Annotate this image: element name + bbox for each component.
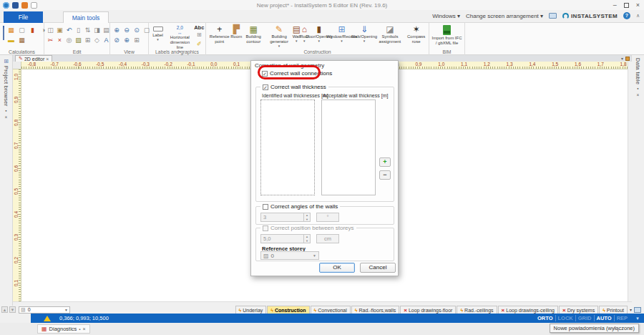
sheet-tab[interactable]: Printout	[599, 306, 628, 314]
status-dropdown-icon[interactable]: ▼	[635, 316, 640, 321]
import-ifc-button[interactable]: Import from IFC / gbXML file	[431, 24, 464, 46]
diagnostics-tab[interactable]: ▦ Diagnostics ▪ ×	[37, 324, 90, 334]
close-tab-icon[interactable]: ×	[46, 57, 49, 62]
construction-tool-button[interactable]: ✶ Compass rose	[405, 24, 427, 48]
close-icon[interactable]: ×	[637, 92, 640, 97]
pencil-icon[interactable]: ✐	[195, 41, 204, 50]
monitor-icon[interactable]	[549, 13, 557, 19]
change-screen-arrangement-menu[interactable]: Change screen arrangement ▾	[466, 13, 543, 19]
construction-tool-button[interactable]: ◪ Symbols assignment	[374, 24, 405, 48]
minimize-button[interactable]: –	[613, 1, 617, 9]
small-tool-icon[interactable]: ▮	[28, 26, 37, 35]
small-tool-icon[interactable]: ▦	[17, 36, 26, 45]
sheet-tab[interactable]: Construction	[267, 306, 309, 314]
sheet-tab[interactable]: Rad.-ceilings	[457, 306, 497, 314]
small-tool-icon[interactable]: ◨	[93, 26, 101, 35]
construction-tool-button[interactable]: ✎ Building generator ▾	[265, 24, 293, 48]
angle-value-spinner[interactable]: 3 ▲▼	[260, 213, 311, 222]
status-toggle[interactable]: ORTO	[535, 315, 555, 321]
small-tool-icon[interactable]: ⊘	[112, 36, 121, 45]
reference-storey-dropdown[interactable]: ▨ 0 ▼	[260, 251, 319, 260]
status-toggle[interactable]: REP	[614, 315, 630, 321]
small-tool-icon[interactable]: ✂	[47, 36, 54, 45]
small-tool-icon[interactable]: ⊞	[84, 36, 92, 45]
small-tool-icon[interactable]: ▣	[56, 26, 64, 35]
sheet-tab[interactable]: Dry systems	[559, 306, 598, 314]
pin-icon[interactable]: ▪	[79, 327, 80, 331]
storey-up-button[interactable]: ▲	[1, 306, 8, 313]
close-button[interactable]: ×	[636, 1, 640, 9]
sheet-tab[interactable]: Loop drawings-floor	[400, 306, 456, 314]
calculations-icon[interactable]	[3, 26, 4, 40]
checkbox-checked[interactable]: ✓	[263, 84, 268, 90]
tab-list-dropdown-icon[interactable]: ▾	[621, 56, 623, 61]
flag-icon[interactable]	[625, 57, 630, 61]
sheet-tabs-dropdown-icon[interactable]: ▾	[630, 307, 632, 312]
small-tool-icon[interactable]: ◇	[93, 36, 101, 45]
screen-icon[interactable]	[634, 307, 641, 313]
remove-thickness-button[interactable]: −	[379, 170, 391, 180]
sheet-tab[interactable]: Rad.-floors,walls	[351, 306, 399, 314]
small-tool-icon[interactable]: ▬	[6, 36, 16, 45]
small-tool-icon[interactable]: ↶	[65, 26, 73, 35]
grid-icon[interactable]: ⊞	[195, 31, 204, 41]
small-tool-icon[interactable]: ▢	[17, 26, 26, 35]
collapse-ribbon-icon[interactable]: ∧	[636, 13, 640, 19]
sheet-tab[interactable]: Underlay	[235, 306, 267, 314]
project-browser-tab[interactable]: ⊞ Project browser ▪ ×	[0, 55, 12, 120]
spinner-arrows-icon[interactable]: ▲▼	[303, 235, 310, 243]
construction-tool-button[interactable]: + Reference point	[208, 24, 231, 48]
pin-icon[interactable]: ▪	[5, 108, 6, 113]
status-toggle[interactable]: LOCK	[555, 315, 575, 321]
small-tool-icon[interactable]: ◫	[47, 26, 54, 35]
close-icon[interactable]: ×	[5, 115, 8, 120]
construction-tool-button[interactable]: ⇓ Slab/Opening ▾	[353, 24, 374, 48]
help-icon[interactable]: ?	[623, 12, 630, 19]
ok-button[interactable]: OK	[319, 263, 355, 273]
cancel-button[interactable]: Cancel	[360, 263, 396, 273]
checkbox-checked[interactable]: ✓	[262, 71, 268, 77]
construction-tool-button[interactable]: ⊞ Window/Recess ▾	[330, 24, 354, 48]
small-tool-icon[interactable]: ▦	[6, 26, 16, 35]
small-tool-icon[interactable]: ⊙	[132, 26, 141, 35]
small-tool-icon[interactable]: ⊕	[112, 26, 121, 35]
small-tool-icon[interactable]: ⊞	[132, 36, 141, 45]
position-value-spinner[interactable]: 5,0 ▲▼	[260, 234, 311, 243]
small-tool-icon[interactable]: ×	[56, 36, 64, 45]
sheet-tab[interactable]: Convectional	[311, 306, 351, 314]
vertical-scrollbar[interactable]	[628, 62, 632, 301]
add-thickness-button[interactable]: +	[379, 157, 391, 167]
construction-tool-button[interactable]: ▛ Room	[231, 24, 241, 48]
storey-selector[interactable]: ▨ 0 ▼	[19, 306, 70, 314]
close-icon[interactable]: ×	[82, 326, 85, 331]
small-tool-icon[interactable]: ⊖	[122, 26, 131, 35]
small-tool-icon[interactable]: ⇅	[84, 26, 92, 35]
warning-icon[interactable]	[44, 316, 51, 321]
checkbox-unchecked[interactable]	[263, 204, 268, 210]
small-tool-icon[interactable]: ◎	[65, 36, 73, 45]
pin-icon[interactable]: ▪	[637, 86, 638, 91]
tab-main-tools[interactable]: Main tools	[63, 11, 109, 24]
tab-2d-editor[interactable]: ✎ 2D editor ×	[15, 55, 52, 62]
tab-file[interactable]: File	[4, 11, 43, 23]
status-toggle[interactable]: GRID	[575, 315, 594, 321]
small-tool-icon[interactable]: ▯	[74, 26, 82, 35]
small-tool-icon[interactable]: A	[102, 36, 110, 45]
construction-tool-button[interactable]: ▦ Building contour	[241, 24, 265, 48]
correct-angles-checkbox[interactable]: Correct angles of the walls	[260, 203, 340, 210]
sheet-tab[interactable]: Loop drawings-ceiling	[498, 306, 558, 314]
correct-position-checkbox[interactable]: Correct position between storeys	[260, 225, 356, 231]
spinner-arrows-icon[interactable]: ▲▼	[303, 213, 310, 221]
small-tool-icon[interactable]: ⊕	[122, 36, 131, 45]
status-toggle[interactable]: AUTO	[594, 315, 614, 321]
correct-wall-connections-checkbox[interactable]: ✓ Correct wall connections	[262, 70, 332, 77]
small-tool-icon[interactable]: ▤	[102, 26, 110, 35]
identified-thickness-list[interactable]	[260, 99, 315, 195]
acceptable-thickness-list[interactable]	[321, 99, 376, 195]
correct-wall-thickness-checkbox[interactable]: ✓ Correct wall thickness	[260, 84, 328, 90]
storey-down-button[interactable]: ▼	[9, 306, 16, 313]
maximize-button[interactable]	[624, 3, 629, 8]
checkbox-unchecked[interactable]	[263, 225, 268, 231]
data-table-tab[interactable]: Data table ▪ ×	[632, 55, 644, 97]
small-tool-icon[interactable]: ▨	[74, 36, 82, 45]
